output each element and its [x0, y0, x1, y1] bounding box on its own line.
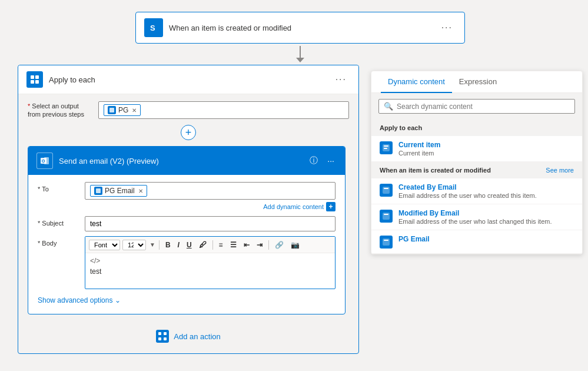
subject-input[interactable]	[85, 216, 335, 231]
email-header-right: ⓘ ···	[307, 154, 337, 167]
svg-rect-12	[164, 332, 167, 335]
pg-tag-text: PG	[118, 106, 128, 114]
to-form-row: * To PG Email ✕	[38, 182, 335, 211]
add-action-button[interactable]: Add an action	[149, 326, 228, 346]
add-action-icon	[156, 330, 169, 343]
modified-by-email-title: Modified By Email	[398, 209, 552, 217]
created-by-email-title: Created By Email	[398, 183, 537, 191]
unordered-list-button[interactable]: ≡	[217, 240, 225, 250]
modified-by-email-text: Modified By Email Email address of the u…	[398, 209, 552, 225]
created-by-email-item[interactable]: Created By Email Email address of the us…	[371, 178, 582, 204]
modified-by-email-item[interactable]: Modified By Email Email address of the u…	[371, 204, 582, 230]
subject-label: * Subject	[38, 216, 79, 227]
outlook-icon: O	[36, 153, 53, 169]
toolbar-separator-3	[268, 240, 269, 250]
svg-rect-20	[383, 213, 390, 220]
svg-rect-14	[164, 337, 167, 340]
trigger-title: When an item is created or modified	[169, 24, 291, 32]
email-card: O Send an email (V2) (Preview) ⓘ ···	[28, 146, 346, 314]
svg-text:O: O	[42, 159, 45, 163]
svg-rect-17	[384, 148, 387, 149]
current-item-item[interactable]: Current item Current item	[371, 136, 582, 162]
arrow-head	[296, 58, 304, 62]
indent-left-button[interactable]: ⇤	[241, 240, 252, 250]
current-item-subtitle: Current item	[398, 150, 440, 157]
current-item-text: Current item Current item	[398, 141, 440, 157]
to-tag-text: PG Email	[105, 187, 135, 195]
current-item-title: Current item	[398, 141, 440, 149]
add-action-row: Add an action	[28, 326, 349, 346]
pg-email-text: PG Email	[398, 235, 430, 243]
panel-tabs: Dynamic content Expression	[371, 71, 582, 93]
link-button[interactable]: 🔗	[273, 240, 286, 250]
see-more-link[interactable]: See more	[546, 167, 574, 174]
search-input[interactable]	[397, 102, 570, 111]
pg-tag-close[interactable]: ✕	[132, 107, 137, 114]
body-toolbar: Font 12 ▼ B I	[85, 237, 335, 253]
add-dynamic-label: Add dynamic content	[263, 203, 324, 210]
add-dynamic-row[interactable]: Add dynamic content +	[85, 202, 335, 211]
arrow-line	[300, 46, 301, 58]
subject-input-area	[85, 216, 335, 231]
panel-search: 🔍	[371, 93, 582, 120]
svg-rect-3	[35, 75, 39, 79]
apply-each-icon	[26, 71, 43, 88]
apply-each-ellipsis-button[interactable]: ···	[332, 73, 350, 86]
apply-each-section-header: Apply to each	[371, 120, 582, 136]
add-step-button[interactable]: +	[181, 125, 196, 140]
underline-button[interactable]: U	[184, 240, 194, 250]
toolbar-separator-1	[159, 240, 160, 250]
to-input-area: PG Email ✕ Add dynamic content +	[85, 182, 335, 211]
sharepoint-icon: S	[144, 18, 163, 37]
to-input-box[interactable]: PG Email ✕	[85, 182, 335, 200]
trigger-card-left: S When an item is created or modified	[144, 18, 291, 37]
to-label: * To	[38, 182, 79, 193]
body-content[interactable]: </> test	[85, 253, 335, 289]
show-advanced-options[interactable]: Show advanced options ⌄	[38, 294, 335, 307]
svg-rect-23	[384, 240, 388, 241]
ordered-list-button[interactable]: ☰	[228, 240, 239, 250]
dynamic-panel: Dynamic content Expression 🔍 Apply to ea…	[371, 71, 583, 254]
tag-icon	[108, 106, 116, 114]
tag-input-box[interactable]: PG ✕	[98, 101, 349, 119]
to-tag-icon	[94, 187, 102, 195]
tab-expression[interactable]: Expression	[452, 71, 504, 93]
trigger-ellipsis-button[interactable]: ···	[438, 21, 456, 34]
toolbar-separator-2	[212, 240, 213, 250]
svg-rect-18	[383, 187, 390, 194]
created-by-email-icon	[380, 184, 393, 197]
arrow-down	[296, 46, 304, 62]
add-action-label: Add an action	[174, 332, 221, 341]
trigger-card: S When an item is created or modified ··…	[135, 12, 465, 44]
show-advanced-chevron: ⌄	[115, 296, 121, 304]
indent-right-button[interactable]: ⇥	[254, 240, 265, 250]
email-ellipsis-button[interactable]: ···	[325, 155, 337, 167]
bold-button[interactable]: B	[163, 240, 173, 250]
add-dynamic-plus-icon: +	[326, 202, 335, 211]
svg-rect-22	[383, 238, 390, 246]
svg-rect-10	[96, 188, 101, 193]
pg-tag-badge: PG ✕	[104, 104, 141, 116]
email-info-button[interactable]: ⓘ	[307, 154, 320, 167]
apply-each-header: Apply to each ···	[18, 65, 358, 94]
email-card-body: * To PG Email ✕	[28, 175, 345, 314]
highlight-button[interactable]: 🖊	[197, 239, 209, 250]
italic-button[interactable]: I	[175, 240, 182, 250]
pg-email-item[interactable]: PG Email	[371, 230, 582, 254]
svg-rect-16	[384, 145, 388, 147]
to-tag-close[interactable]: ✕	[138, 188, 143, 194]
search-box[interactable]: 🔍	[378, 99, 575, 114]
main-canvas: S When an item is created or modified ··…	[0, 0, 588, 371]
tab-dynamic-content[interactable]: Dynamic content	[381, 71, 452, 93]
created-by-email-text: Created By Email Email address of the us…	[398, 183, 537, 199]
modified-by-email-icon	[380, 210, 393, 223]
image-button[interactable]: 📷	[288, 240, 302, 250]
email-card-header: O Send an email (V2) (Preview) ⓘ ···	[28, 147, 345, 175]
font-select[interactable]: Font	[89, 240, 120, 250]
svg-rect-19	[384, 188, 388, 189]
search-icon: 🔍	[384, 102, 393, 111]
current-item-icon	[380, 141, 393, 154]
font-size-select[interactable]: 12	[122, 240, 146, 250]
svg-rect-2	[31, 75, 34, 79]
to-text-input[interactable]	[151, 187, 330, 195]
